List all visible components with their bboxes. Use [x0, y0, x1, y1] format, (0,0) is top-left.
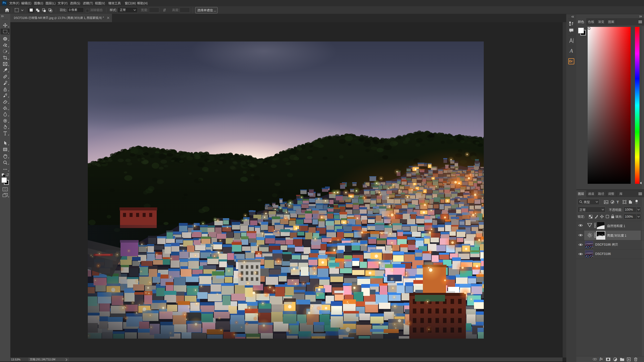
- svg-text:A: A: [569, 48, 573, 54]
